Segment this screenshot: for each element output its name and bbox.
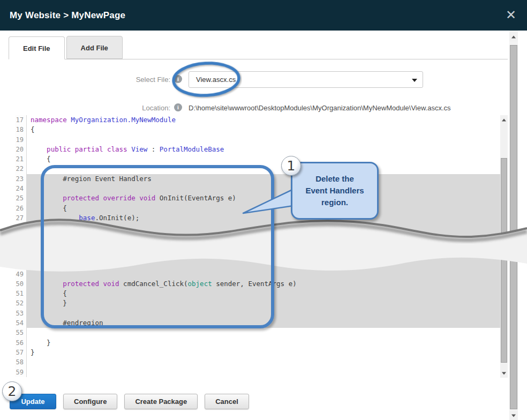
tab-bar: Edit File Add File: [9, 36, 508, 59]
code-line: 19: [15, 135, 508, 145]
editor-scrollbar-thumb[interactable]: [501, 158, 507, 363]
dialog-header: My Website > MyNewPage ✕: [0, 0, 527, 31]
location-path: D:\home\site\wwwroot\DesktopModules\MyOr…: [189, 104, 451, 112]
page-title: My Website > MyNewPage: [0, 10, 125, 21]
action-button-row: Update Configure Create Package Cancel: [10, 394, 249, 409]
select-file-label: Select File:: [79, 76, 170, 84]
file-select-value: View.ascx.cs: [196, 76, 236, 84]
code-line: 55: [15, 328, 508, 338]
code-line: 50 protected void cmdCancel_Click(object…: [15, 279, 508, 289]
code-line: 26 {: [15, 204, 508, 213]
info-icon[interactable]: i: [174, 75, 182, 83]
code-line: 54 #endregion: [15, 318, 508, 328]
scroll-down-arrow-icon[interactable]: [500, 369, 508, 378]
file-select-dropdown[interactable]: View.ascx.cs: [189, 71, 423, 88]
close-icon[interactable]: ✕: [503, 8, 518, 22]
code-line: 56 }: [15, 338, 508, 348]
create-package-button[interactable]: Create Package: [124, 394, 198, 409]
code-line: 58: [15, 357, 508, 367]
code-line: 57}: [15, 348, 508, 357]
code-line: 51 {: [15, 289, 508, 298]
code-line: 21 {: [15, 154, 508, 164]
code-lines-top: 17namespace MyOrganization.MyNewModule18…: [15, 115, 508, 223]
code-line: 18{: [15, 125, 508, 134]
code-line: 59: [15, 368, 508, 377]
code-line: 48: [15, 259, 508, 269]
tab-edit-file[interactable]: Edit File: [9, 36, 65, 59]
code-line: 27 base.OnInit(e);: [15, 213, 508, 223]
code-lines-bottom: 484950 protected void cmdCancel_Click(ob…: [15, 259, 508, 377]
dialog-scrollbar-thumb[interactable]: [510, 45, 517, 409]
tab-add-file[interactable]: Add File: [66, 36, 123, 59]
code-line: 20 public partial class View : PortalMod…: [15, 145, 508, 154]
info-icon[interactable]: i: [174, 103, 182, 111]
configure-button[interactable]: Configure: [63, 394, 117, 409]
code-line: 17namespace MyOrganization.MyNewModule: [15, 115, 508, 125]
code-line: 52 }: [15, 298, 508, 308]
code-editor[interactable]: 17namespace MyOrganization.MyNewModule18…: [15, 115, 508, 378]
dialog-scrollbar[interactable]: [509, 31, 518, 420]
cancel-button[interactable]: Cancel: [205, 394, 249, 409]
editor-scrollbar[interactable]: [500, 115, 508, 378]
scroll-up-arrow-icon[interactable]: [500, 115, 508, 124]
update-button[interactable]: Update: [10, 394, 56, 409]
code-line: 24: [15, 184, 508, 193]
code-line: 23 #region Event Handlers: [15, 174, 508, 184]
scroll-up-arrow-icon[interactable]: [509, 32, 518, 41]
code-line: 25 protected override void OnInit(EventA…: [15, 193, 508, 203]
chevron-down-icon: [412, 79, 417, 82]
code-line: 22: [15, 164, 508, 174]
torn-gap-spacer: [15, 223, 508, 259]
location-label: Location:: [79, 104, 170, 112]
code-line: 49: [15, 269, 508, 279]
code-line: 53: [15, 309, 508, 318]
scroll-down-arrow-icon[interactable]: [509, 411, 518, 420]
